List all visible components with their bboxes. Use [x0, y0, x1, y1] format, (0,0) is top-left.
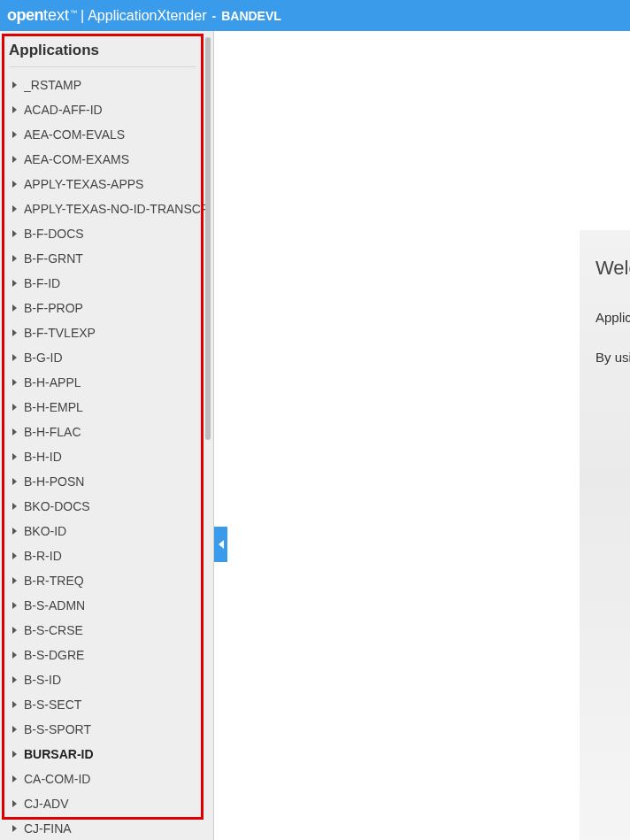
welcome-line-1: Application	[595, 310, 630, 325]
env-label: BANDEVL	[221, 9, 281, 23]
sidebar-divider	[9, 66, 196, 67]
sidebar-item-label: B-H-FLAC	[24, 425, 81, 439]
caret-right-icon	[12, 800, 17, 807]
sidebar-item-label: B-R-ID	[24, 549, 62, 563]
sidebar-item-label: _RSTAMP	[24, 78, 81, 92]
caret-right-icon	[12, 181, 17, 188]
applications-list: _RSTAMPACAD-AFF-IDAEA-COM-EVALSAEA-COM-E…	[0, 73, 205, 840]
sidebar-item-label: B-S-ID	[24, 673, 61, 687]
caret-right-icon	[12, 775, 17, 782]
brand-bold: open	[7, 6, 43, 24]
caret-right-icon	[12, 651, 17, 659]
brand-tm: ™	[70, 9, 77, 17]
sidebar-collapse-handle[interactable]	[214, 527, 227, 562]
sidebar-item-app[interactable]: B-H-APPL	[0, 370, 205, 395]
sidebar-item-app[interactable]: B-S-SPORT	[0, 717, 205, 742]
caret-right-icon	[12, 503, 17, 510]
caret-right-icon	[12, 230, 17, 237]
sidebar-item-label: B-S-ADMN	[24, 598, 85, 613]
sidebar-item-label: CA-COM-ID	[24, 772, 90, 786]
sidebar-item-label: B-F-PROP	[24, 301, 83, 315]
caret-right-icon	[12, 676, 17, 683]
caret-right-icon	[12, 379, 17, 386]
sidebar-item-label: B-F-GRNT	[24, 251, 83, 266]
sidebar-item-app[interactable]: BKO-DOCS	[0, 494, 205, 519]
sidebar-item-app[interactable]: BKO-ID	[0, 519, 205, 543]
sidebar-item-app[interactable]: ACAD-AFF-ID	[0, 97, 205, 122]
sidebar-item-app[interactable]: B-F-TVLEXP	[0, 320, 205, 345]
sidebar-item-app[interactable]: APPLY-TEXAS-APPS	[0, 172, 205, 197]
sidebar-item-app[interactable]: B-H-EMPL	[0, 395, 205, 420]
sidebar-item-label: B-S-CRSE	[24, 623, 83, 637]
caret-right-icon	[12, 156, 17, 163]
caret-right-icon	[12, 825, 17, 832]
app-header: opentext™ | ApplicationXtender - BANDEVL	[0, 0, 630, 31]
caret-right-icon	[12, 354, 17, 361]
caret-right-icon	[12, 478, 17, 485]
sidebar-item-app[interactable]: B-H-ID	[0, 444, 205, 469]
sidebar-item-label: BKO-ID	[24, 524, 66, 538]
sidebar-item-label: B-H-ID	[24, 450, 62, 464]
sidebar-item-app[interactable]: B-R-TREQ	[0, 568, 205, 593]
sidebar-item-label: BKO-DOCS	[24, 499, 90, 513]
caret-right-icon	[12, 602, 17, 609]
sidebar-item-app[interactable]: BURSAR-ID	[0, 742, 205, 767]
sidebar-item-label: B-F-ID	[24, 276, 60, 290]
sidebar-item-label: ACAD-AFF-ID	[24, 103, 103, 117]
sidebar-item-app[interactable]: B-R-ID	[0, 543, 205, 568]
sidebar-item-app[interactable]: B-S-SECT	[0, 692, 205, 717]
caret-right-icon	[12, 701, 17, 708]
sidebar-item-label: B-F-DOCS	[24, 227, 84, 241]
brand-dash: -	[211, 9, 216, 23]
sidebar-item-app[interactable]: CJ-ADV	[0, 791, 205, 816]
sidebar-item-app[interactable]: B-G-ID	[0, 345, 205, 370]
sidebar-scrollbar[interactable]	[205, 37, 211, 440]
sidebar-item-app[interactable]: CA-COM-ID	[0, 767, 205, 791]
sidebar-item-app[interactable]: APPLY-TEXAS-NO-ID-TRANSCRIPTS	[0, 197, 205, 221]
sidebar-item-label: CJ-FINA	[24, 821, 72, 836]
sidebar-item-label: B-H-EMPL	[24, 400, 83, 414]
sidebar-item-app[interactable]: B-S-CRSE	[0, 618, 205, 643]
sidebar-item-app[interactable]: B-F-GRNT	[0, 246, 205, 271]
sidebar-item-app[interactable]: _RSTAMP	[0, 73, 205, 97]
sidebar-item-label: AEA-COM-EVALS	[24, 127, 125, 142]
caret-right-icon	[12, 280, 17, 287]
sidebar-container: Applications _RSTAMPACAD-AFF-IDAEA-COM-E…	[0, 31, 214, 840]
sidebar-item-app[interactable]: B-S-ID	[0, 667, 205, 692]
caret-right-icon	[12, 528, 17, 535]
caret-right-icon	[12, 329, 17, 336]
sidebar-item-label: BURSAR-ID	[24, 747, 94, 761]
caret-right-icon	[12, 205, 17, 212]
brand-separator: |	[81, 8, 84, 24]
brand-light: text	[43, 6, 69, 24]
sidebar-item-app[interactable]: B-H-POSN	[0, 469, 205, 494]
sidebar-item-label: B-F-TVLEXP	[24, 326, 96, 340]
caret-right-icon	[12, 428, 17, 435]
sidebar-item-label: APPLY-TEXAS-APPS	[24, 177, 143, 191]
sidebar-item-app[interactable]: B-S-ADMN	[0, 593, 205, 618]
sidebar-item-app[interactable]: CJ-FINA	[0, 816, 205, 840]
sidebar: Applications _RSTAMPACAD-AFF-IDAEA-COM-E…	[0, 31, 205, 840]
caret-right-icon	[12, 552, 17, 559]
sidebar-item-label: AEA-COM-EXAMS	[24, 152, 129, 166]
sidebar-item-label: B-S-DGRE	[24, 648, 84, 662]
caret-right-icon	[12, 751, 17, 758]
sidebar-item-label: B-H-APPL	[24, 375, 81, 389]
sidebar-item-app[interactable]: B-F-DOCS	[0, 221, 205, 246]
sidebar-item-app[interactable]: B-S-DGRE	[0, 643, 205, 667]
sidebar-item-app[interactable]: B-F-PROP	[0, 296, 205, 320]
caret-right-icon	[12, 131, 17, 138]
welcome-panel: Welcome Application By using	[580, 230, 630, 840]
welcome-line-2: By using	[595, 350, 630, 365]
caret-right-icon	[12, 255, 17, 262]
sidebar-item-app[interactable]: B-F-ID	[0, 271, 205, 296]
caret-right-icon	[12, 404, 17, 411]
sidebar-item-label: APPLY-TEXAS-NO-ID-TRANSCRIPTS	[24, 202, 205, 216]
sidebar-item-app[interactable]: AEA-COM-EXAMS	[0, 147, 205, 172]
sidebar-item-app[interactable]: AEA-COM-EVALS	[0, 122, 205, 147]
sidebar-item-label: B-R-TREQ	[24, 574, 84, 588]
sidebar-item-label: B-S-SECT	[24, 697, 81, 712]
sidebar-item-label: CJ-ADV	[24, 797, 69, 811]
sidebar-item-label: B-H-POSN	[24, 474, 84, 489]
sidebar-item-app[interactable]: B-H-FLAC	[0, 420, 205, 444]
